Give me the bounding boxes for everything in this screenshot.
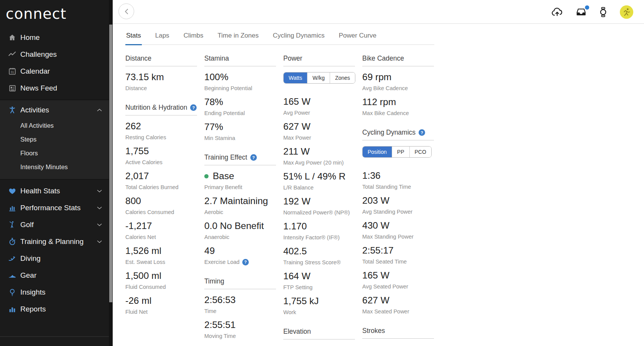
stat-item: 0.0 No Benefit Anaerobic <box>204 220 276 241</box>
back-button[interactable] <box>118 3 134 19</box>
stat-label: Exercise Load <box>204 259 276 265</box>
section-title: Training Effect <box>204 153 276 165</box>
stat-label: Anaerobic <box>204 234 276 241</box>
tab-cycling-dynamics[interactable]: Cycling Dynamics <box>272 28 325 45</box>
sidebar-item-label: Training & Planning <box>20 237 84 246</box>
sidebar-item-health-stats[interactable]: Health Stats <box>0 183 113 199</box>
help-icon[interactable] <box>419 129 425 136</box>
sidebar-item-activities[interactable]: Activities <box>0 102 113 119</box>
stat-item: 2:55:17 Total Seated Time <box>362 245 434 265</box>
help-icon[interactable] <box>190 104 197 111</box>
sidebar-item-label: Insights <box>20 288 45 297</box>
sidebar-subitem-floors[interactable]: Floors <box>0 146 113 160</box>
section-distance: Distance 73.15 km Distance <box>125 54 197 92</box>
main-content: Stats Laps Climbs Time in Zones Cycling … <box>113 24 644 346</box>
stat-item: 165 W Avg Power <box>283 96 355 116</box>
section-title-text: Nutrition & Hydration <box>125 104 187 112</box>
cloud-upload-icon[interactable] <box>551 7 564 17</box>
sidebar-item-training-planning[interactable]: Training & Planning <box>0 233 113 250</box>
sidebar-item-reports[interactable]: Reports <box>0 301 113 318</box>
sidebar-item-insights[interactable]: Insights <box>0 284 113 301</box>
stat-label: Max Seated Power <box>362 308 434 315</box>
stat-value: 430 W <box>362 220 434 231</box>
sidebar-item-challenges[interactable]: Challenges <box>0 46 113 63</box>
help-icon[interactable] <box>250 154 257 161</box>
sidebar-subitem-all-activities[interactable]: All Activities <box>0 119 113 132</box>
stat-label: FTP Setting <box>283 284 355 291</box>
toggle-wkg[interactable]: W/kg <box>307 72 330 83</box>
sidebar-subitem-intensity-minutes[interactable]: Intensity Minutes <box>0 160 113 174</box>
toggle-position[interactable]: Position <box>363 147 392 157</box>
inbox-icon[interactable] <box>576 7 586 16</box>
stat-value: 1,500 ml <box>125 270 197 282</box>
reports-icon <box>8 305 17 314</box>
chevron-down-icon <box>97 189 102 193</box>
sidebar-item-diving[interactable]: Diving <box>0 250 113 267</box>
stat-item: 49 Exercise Load <box>204 245 276 265</box>
user-avatar[interactable] <box>620 5 633 19</box>
tab-laps[interactable]: Laps <box>154 28 170 45</box>
stat-label: Primary Benefit <box>204 184 276 191</box>
section-title: Stamina <box>204 54 276 66</box>
sidebar-item-calendar[interactable]: 31 Calendar <box>0 63 113 80</box>
tab-bar: Stats Laps Climbs Time in Zones Cycling … <box>125 28 434 45</box>
stat-value: 51% L / 49% R <box>283 171 355 182</box>
stat-value: 0.0 No Benefit <box>204 220 276 232</box>
section-training-effect: Training Effect Base Primary Benefit 2.7… <box>204 153 276 265</box>
toggle-pco[interactable]: PCO <box>409 147 431 157</box>
stat-value: 402.5 <box>283 245 355 257</box>
stat-value: 211 W <box>283 146 355 157</box>
tab-stats[interactable]: Stats <box>125 28 142 45</box>
stat-label: Max Avg Power (20 min) <box>283 160 355 166</box>
stat-item: 1,755 Active Calories <box>125 145 197 166</box>
heart-icon <box>8 186 17 196</box>
stat-item: 1.170 Intensity Factor® (IF®) <box>283 221 355 241</box>
sidebar-subitem-label: All Activities <box>20 122 54 129</box>
sidebar-item-golf[interactable]: Golf <box>0 216 113 233</box>
help-icon[interactable] <box>242 259 249 265</box>
stat-value: 164 W <box>283 270 355 282</box>
section-title: Power <box>283 54 355 66</box>
sidebar-scrollbar-thumb[interactable] <box>109 25 112 302</box>
toggle-watts[interactable]: Watts <box>284 72 307 83</box>
section-title: Bike Cadence <box>362 54 434 66</box>
section-title: Cycling Dynamics <box>362 129 434 140</box>
section-strokes: Strokes <box>362 327 434 339</box>
stat-item: -1,217 Calories Net <box>125 220 197 241</box>
toggle-zones[interactable]: Zones <box>330 72 355 83</box>
sidebar-item-home[interactable]: Home <box>0 29 113 46</box>
stat-item: 2:56:53 Time <box>204 294 276 315</box>
stat-value: 2,017 <box>125 170 197 182</box>
stat-value-text: Base <box>213 170 234 182</box>
stat-value: 78% <box>204 96 276 108</box>
toggle-pp[interactable]: PP <box>392 147 409 157</box>
tab-climbs[interactable]: Climbs <box>183 28 204 45</box>
stat-value: 112 rpm <box>362 96 434 108</box>
sidebar-item-news-feed[interactable]: News Feed <box>0 80 113 97</box>
sidebar: connect Home Challenges 31 Calendar News… <box>0 0 113 346</box>
sidebar-subitem-label: Intensity Minutes <box>20 163 68 171</box>
section-title: Timing <box>204 277 276 289</box>
stats-column-1: Distance 73.15 km Distance Nutrition & H… <box>125 54 197 346</box>
stat-label: Max Bike Cadence <box>362 110 434 117</box>
sidebar-item-label: Health Stats <box>20 187 60 195</box>
stat-value: 1,526 ml <box>125 245 197 257</box>
sidebar-subitem-steps[interactable]: Steps <box>0 132 113 146</box>
section-timing: Timing 2:56:53 Time 2:55:51 Moving Time <box>204 277 276 339</box>
sidebar-item-gear[interactable]: Gear <box>0 267 113 284</box>
sidebar-item-label: Challenges <box>20 50 57 59</box>
chevron-down-icon <box>97 206 102 209</box>
stat-item: 78% Ending Potential <box>204 96 276 117</box>
stat-item: 77% Min Stamina <box>204 121 276 142</box>
sidebar-item-performance-stats[interactable]: Performance Stats <box>0 199 113 216</box>
section-cycling-dynamics: Cycling Dynamics Position PP PCO 1:36 To… <box>362 129 434 315</box>
stat-label: Work <box>283 309 355 316</box>
stat-value: 165 W <box>283 96 355 107</box>
tab-power-curve[interactable]: Power Curve <box>338 28 377 45</box>
stat-value: 1,755 <box>125 145 197 157</box>
watch-icon[interactable] <box>599 7 608 17</box>
stat-value: 203 W <box>362 195 434 206</box>
section-stamina: Stamina 100% Beginning Potential 78% End… <box>204 54 276 142</box>
section-title: Distance <box>125 54 197 66</box>
tab-time-in-zones[interactable]: Time in Zones <box>217 28 260 45</box>
